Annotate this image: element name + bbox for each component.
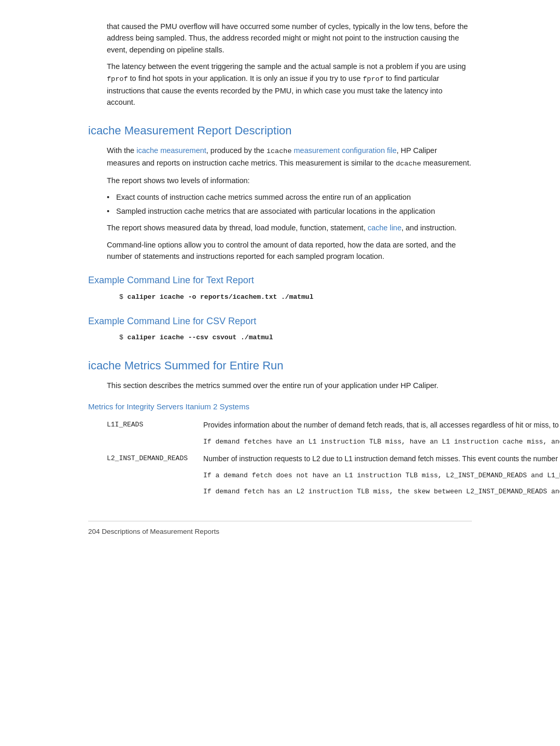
icache-para4: Command-line options allow you to contro… [88, 239, 472, 263]
metrics-summed-heading: icache Metrics Summed for Entire Run [88, 357, 472, 375]
icache-para1: With the icache measurement, produced by… [88, 145, 472, 170]
csv-report-command: $ caliper icache --csv csvout ./matmul [88, 333, 472, 343]
metric-name-l1i: L1I_READS [88, 417, 193, 450]
fprof-code-1: fprof [107, 75, 128, 83]
icache-code: icache [267, 147, 292, 155]
metric-desc-l1i-1: Provides information about the number of… [193, 417, 560, 434]
measurement-config-link[interactable]: measurement configuration file [294, 146, 397, 155]
command-prompt-1: $ [119, 293, 128, 301]
fprof-code-2: fprof [362, 75, 384, 83]
itanium-metrics-subheading: Metrics for Integrity Servers Itanium 2 … [88, 400, 472, 412]
bullet-item-2: Sampled instruction cache metrics that a… [107, 205, 472, 217]
metric-row-l1i-reads: L1I_READS Provides information about the… [88, 417, 560, 434]
metric-desc-l2-2: If a demand fetch does not have an L1 in… [193, 467, 560, 484]
icache-measurement-heading: icache Measurement Report Description [88, 122, 472, 140]
icache-measurement-link[interactable]: icache measurement [136, 146, 206, 155]
command-prompt-2: $ [119, 334, 128, 341]
icache-bullet-list: Exact counts of instruction cache metric… [88, 191, 472, 217]
metric-name-l2: L2_INST_DEMAND_READS [88, 450, 193, 500]
metrics-table: L1I_READS Provides information about the… [88, 417, 560, 500]
metrics-para: This section describes the metrics summe… [88, 380, 472, 391]
footer-description: Descriptions of Measurement Reports [102, 528, 219, 535]
dcache-code: dcache [396, 160, 421, 168]
page-container: that caused the PMU overflow will have o… [57, 0, 503, 569]
metric-desc-l2-3: If demand fetch has an L2 instruction TL… [193, 483, 560, 500]
metric-desc-l1i-2: If demand fetches have an L1 instruction… [193, 434, 560, 450]
metric-row-l2-1: L2_INST_DEMAND_READS Number of instructi… [88, 450, 560, 467]
metric-desc-l2-1: Number of instruction requests to L2 due… [193, 450, 560, 467]
text-report-command: $ caliper icache -o reports/icachem.txt … [88, 292, 472, 302]
cache-line-link[interactable]: cache line [368, 224, 401, 232]
page-footer: 204 Descriptions of Measurement Reports [88, 521, 472, 537]
icache-para2: The report shows two levels of informati… [88, 175, 472, 186]
footer-page-number: 204 [88, 528, 100, 535]
intro-para2: The latency between the event triggering… [88, 61, 472, 108]
csv-report-heading: Example Command Line for CSV Report [88, 314, 472, 329]
intro-para1: that caused the PMU overflow will have o… [88, 21, 472, 56]
text-report-heading: Example Command Line for Text Report [88, 273, 472, 288]
icache-para3: The report shows measured data by thread… [88, 222, 472, 233]
bullet-item-1: Exact counts of instruction cache metric… [107, 191, 472, 203]
